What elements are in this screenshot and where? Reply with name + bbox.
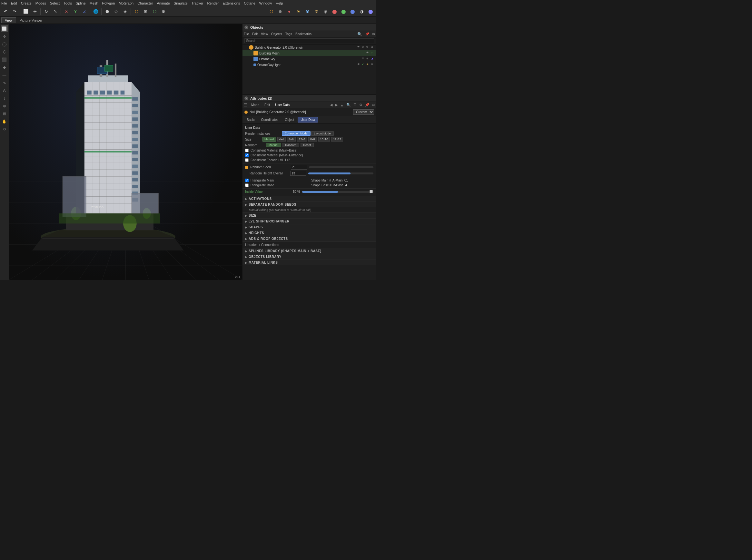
menu-render[interactable]: Render bbox=[207, 1, 219, 5]
menu-extensions[interactable]: Extensions bbox=[223, 1, 240, 5]
move-tool[interactable]: ✛ bbox=[31, 8, 39, 16]
anim-btn[interactable]: ⏺ bbox=[276, 8, 284, 16]
render-view[interactable]: ⬡ bbox=[132, 8, 141, 16]
sidebar-cube-icon[interactable]: ⬛ bbox=[1, 56, 8, 63]
y-axis[interactable]: Y bbox=[71, 8, 80, 16]
menu-modes[interactable]: Modes bbox=[36, 1, 46, 5]
select-tool[interactable]: ⬜ bbox=[22, 8, 30, 16]
tab-picture-viewer[interactable]: Picture Viewer bbox=[16, 17, 46, 23]
obj-search-icon[interactable]: 🔍 bbox=[357, 32, 362, 36]
size-manual-btn[interactable]: Manual bbox=[262, 137, 276, 142]
obj-lock-1[interactable]: ⧉ bbox=[366, 45, 370, 49]
collapse-objects-library[interactable]: ▶ OBJECTS LIBRARY bbox=[242, 254, 376, 260]
attr-pin-icon[interactable]: 📌 bbox=[365, 103, 370, 107]
obj-check-4[interactable]: ✓ bbox=[362, 63, 366, 67]
vol-btn[interactable]: ◉ bbox=[321, 8, 330, 16]
polygon-tool[interactable]: ⬟ bbox=[103, 8, 111, 16]
menu-create[interactable]: Create bbox=[21, 1, 32, 5]
collapse-activations[interactable]: ▶ ACTIVATIONS bbox=[242, 196, 376, 201]
fx-btn[interactable]: ● bbox=[285, 8, 294, 16]
menu-mograph[interactable]: MoGraph bbox=[119, 1, 134, 5]
collapse-ads[interactable]: ▶ ADS & ROOF OBJECTS bbox=[242, 236, 376, 241]
objects-panel-close[interactable]: ✕ bbox=[244, 25, 248, 29]
size-6x6-btn[interactable]: 6x6 bbox=[287, 137, 296, 142]
obj-mode-btn[interactable]: ⬡ bbox=[267, 8, 275, 16]
attr-tab-edit[interactable]: Edit bbox=[263, 103, 271, 107]
obj-render-1[interactable]: ⊙ bbox=[362, 45, 366, 49]
ghost-btn[interactable]: ⬤ bbox=[330, 8, 339, 16]
edge-tool[interactable]: ◇ bbox=[112, 8, 120, 16]
menu-select[interactable]: Select bbox=[50, 1, 60, 5]
sidebar-letter-icon[interactable]: A bbox=[1, 87, 8, 94]
obj-check-2[interactable]: ✓ bbox=[371, 51, 375, 55]
menu-animate[interactable]: Animate bbox=[157, 1, 170, 5]
custom-dropdown[interactable]: Custom bbox=[353, 109, 374, 115]
obj-settings-3[interactable]: ⊙ bbox=[366, 57, 370, 61]
menu-polygon[interactable]: Polygon bbox=[102, 1, 115, 5]
render-settings[interactable]: ⚙ bbox=[159, 8, 168, 16]
obj-more-1[interactable]: ⊞ bbox=[371, 45, 375, 49]
x-axis[interactable]: X bbox=[62, 8, 71, 16]
menu-tracker[interactable]: Tracker bbox=[192, 1, 203, 5]
scale-tool[interactable]: ⤡ bbox=[51, 8, 59, 16]
tab-view[interactable]: View bbox=[1, 17, 16, 23]
tab-object[interactable]: Object bbox=[282, 117, 297, 122]
size-10x10-btn[interactable]: 10x10 bbox=[318, 137, 330, 142]
check-consistent-facade[interactable] bbox=[245, 158, 249, 162]
sidebar-rotate3d-icon[interactable]: ↻ bbox=[1, 126, 8, 133]
render-region[interactable]: ⊞ bbox=[141, 8, 150, 16]
obj-menu-bookmarks[interactable]: Bookmarks bbox=[295, 32, 312, 36]
sidebar-hex-icon[interactable]: ⬡ bbox=[1, 48, 8, 56]
size-12x12-btn[interactable]: 12x12 bbox=[331, 137, 343, 142]
menu-octane[interactable]: Octane bbox=[244, 1, 255, 5]
random-reset-btn[interactable]: Reset bbox=[300, 143, 314, 147]
obj-menu-file[interactable]: File bbox=[244, 32, 249, 36]
seed-slider[interactable] bbox=[309, 166, 373, 168]
triangulate-base-check[interactable] bbox=[245, 183, 249, 187]
render-layout-mode-btn[interactable]: Layout Mode bbox=[311, 131, 334, 136]
sidebar-pan-icon[interactable]: ✋ bbox=[1, 118, 8, 125]
viewport[interactable]: ZYЛНЕО 25 F ● 5 bbox=[9, 24, 242, 280]
menu-help[interactable]: Help bbox=[276, 1, 283, 5]
particle-btn[interactable]: ✾ bbox=[303, 8, 312, 16]
menu-character[interactable]: Character bbox=[137, 1, 153, 5]
collapse-heights[interactable]: ▶ HEIGHTS bbox=[242, 230, 376, 236]
render-connection-mode-btn[interactable]: Connection Mode bbox=[282, 131, 311, 136]
obj-gear-4[interactable]: ⚙ bbox=[371, 63, 375, 67]
rotate-tool[interactable]: ↻ bbox=[42, 8, 50, 16]
sidebar-bend-icon[interactable]: ⤵ bbox=[1, 95, 8, 102]
inside-value-track[interactable] bbox=[302, 191, 373, 193]
random-seed-input[interactable] bbox=[291, 165, 307, 169]
hair-btn[interactable]: ✼ bbox=[312, 8, 320, 16]
sidebar-gem-icon[interactable]: ◆ bbox=[1, 64, 8, 71]
attr-list-icon[interactable]: ☰ bbox=[353, 103, 357, 107]
tab-userdata[interactable]: User Data bbox=[298, 117, 318, 122]
obj-menu-edit[interactable]: Edit bbox=[252, 32, 258, 36]
attr-tab-mode[interactable]: Mode bbox=[250, 103, 261, 107]
height-slider[interactable] bbox=[308, 173, 373, 175]
collapse-random-seeds[interactable]: ▶ SEPARATE RANDOM SEEDS bbox=[242, 201, 376, 207]
blue-btn[interactable]: ⬤ bbox=[348, 8, 357, 16]
menu-edit[interactable]: Edit bbox=[11, 1, 17, 5]
random-random-btn[interactable]: Random bbox=[282, 143, 299, 147]
world-coord[interactable]: 🌐 bbox=[92, 8, 100, 16]
attr-panel-close[interactable]: ✕ bbox=[244, 96, 248, 100]
sidebar-move-icon[interactable]: ✛ bbox=[1, 33, 8, 40]
attr-nav-back[interactable]: ◀ bbox=[330, 103, 333, 107]
attr-window-icon[interactable]: ⧉ bbox=[372, 103, 375, 107]
extra-btn[interactable]: ⬤ bbox=[366, 8, 375, 16]
green-btn[interactable]: ⬤ bbox=[339, 8, 348, 16]
collapse-shapes[interactable]: ▶ SHAPES bbox=[242, 224, 376, 230]
obj-menu-view[interactable]: View bbox=[261, 32, 268, 36]
obj-pin-icon[interactable]: 📌 bbox=[365, 32, 369, 36]
tab-basic[interactable]: Basic bbox=[244, 117, 257, 122]
attr-nav-up[interactable]: ▲ bbox=[340, 103, 344, 107]
triangulate-main-check[interactable] bbox=[245, 179, 249, 182]
collapse-material-links[interactable]: ▶ MATERIAL LINKS bbox=[242, 260, 376, 265]
sidebar-select-icon[interactable]: ⬜ bbox=[1, 25, 8, 32]
size-4x4-btn[interactable]: 4x4 bbox=[277, 137, 286, 142]
menu-simulate[interactable]: Simulate bbox=[174, 1, 188, 5]
random-height-input[interactable] bbox=[290, 171, 306, 176]
obj-vis-4[interactable]: 👁 bbox=[357, 63, 361, 67]
obj-menu-objects[interactable]: Objects bbox=[271, 32, 282, 36]
